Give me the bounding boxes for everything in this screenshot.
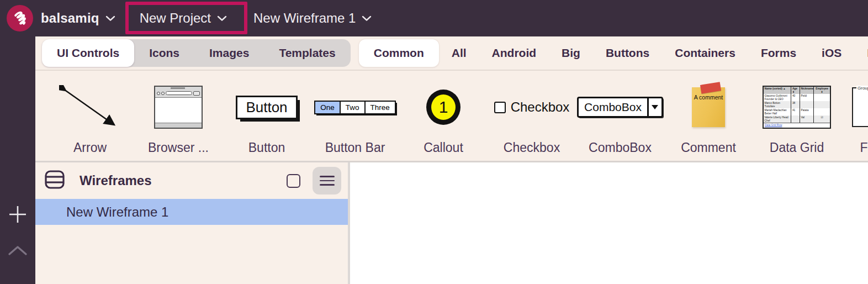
data-grid-cell: Giacomo Guilizzoni Founder & CEO [764, 94, 791, 101]
data-grid-header-cell: Nickname [800, 87, 814, 94]
scribble-icon [10, 9, 29, 28]
control-comment[interactable]: A comment Comment [667, 78, 750, 155]
control-label: Button Bar [325, 140, 385, 155]
comment-thumbnail: A comment [692, 87, 725, 127]
category-all[interactable]: All [439, 46, 479, 60]
field-set-thumbnail: Group [852, 87, 868, 127]
editor-canvas[interactable] [350, 162, 868, 284]
multi-select-checkbox[interactable] [287, 174, 300, 188]
data-grid-cell: Valerie Liberty Head Chef [764, 115, 791, 123]
wireframes-stack-icon [44, 170, 65, 192]
wireframes-panel-header: Wireframes [35, 162, 348, 199]
data-grid-cell: Peldi [800, 94, 814, 101]
top-bar: balsamiq New Project New Wireframe 1 [0, 0, 868, 36]
category-big[interactable]: Big [549, 46, 593, 60]
data-grid-row: Marco Botton Tuttofare38 [764, 101, 830, 108]
data-grid-header-row: Name (sorted) ▲Age ⇕NicknameEmployee ⇕ [764, 87, 830, 94]
project-menu-chevron-down-icon[interactable] [217, 15, 227, 22]
control-field-set[interactable]: Group Field Set [844, 78, 868, 155]
control-label: Arrow [73, 140, 107, 155]
combobox-dropdown-icon [647, 98, 661, 116]
category-containers[interactable]: Containers [662, 46, 748, 60]
data-grid-cell: 40 [791, 94, 800, 101]
control-arrow[interactable]: Arrow [49, 78, 131, 155]
browser-thumbnail-icon [154, 86, 203, 129]
balsamiq-logo-icon[interactable] [7, 5, 33, 31]
category-forms[interactable]: Forms [748, 46, 809, 60]
checkbox-thumbnail-label: Checkbox [511, 99, 570, 115]
control-label: Checkbox [504, 140, 560, 155]
callout-thumbnail: 1 [426, 90, 461, 125]
field-set-legend: Group [856, 86, 868, 91]
control-label: ComboBox [589, 140, 652, 155]
data-grid-cell: 38 [791, 101, 800, 108]
arrow-thumbnail-icon [59, 85, 121, 129]
panel-menu-button[interactable] [313, 167, 341, 194]
add-wireframe-button[interactable] [7, 204, 28, 225]
category-android[interactable]: Android [479, 46, 549, 60]
control-label: Browser ... [148, 140, 209, 155]
control-callout[interactable]: 1 Callout [402, 78, 485, 155]
control-thumbnail-row: Arrow Browser ... Button [35, 71, 868, 155]
control-label: Callout [424, 140, 463, 155]
data-grid-cell [800, 101, 814, 108]
checkbox-thumbnail: Checkbox [494, 99, 570, 115]
data-grid-cell: Mariah Maclachlan Better Half [764, 108, 791, 115]
wireframe-menu[interactable]: New Wireframe 1 [253, 10, 356, 26]
data-grid-cell: 41 [791, 108, 800, 115]
data-grid-footer-link: Data Grid Row [764, 123, 830, 128]
tab-icons[interactable]: Icons [134, 39, 194, 67]
data-grid-cell [814, 108, 830, 115]
data-grid-thumb: Name (sorted) ▲Age ⇕NicknameEmployee ⇕Gi… [763, 86, 831, 129]
button-bar-thumbnail: One Two Three [314, 101, 396, 114]
button-bar-segment: One [315, 102, 340, 113]
data-grid-cell: Patata [800, 108, 814, 115]
tab-images[interactable]: Images [194, 39, 264, 67]
control-browser[interactable]: Browser ... [137, 78, 220, 155]
category-layout[interactable]: Layout [854, 46, 868, 60]
control-button[interactable]: Button Button [225, 78, 308, 155]
category-common[interactable]: Common [359, 39, 439, 67]
combobox-thumbnail-label: ComboBox [579, 98, 647, 116]
category-buttons[interactable]: Buttons [593, 46, 662, 60]
data-grid-row: Giacomo Guilizzoni Founder & CEO40Peldi [764, 94, 830, 101]
button-bar-segment: Two [340, 102, 364, 113]
hamburger-icon [320, 176, 335, 177]
collapse-panel-button[interactable] [7, 244, 28, 257]
control-data-grid[interactable]: Name (sorted) ▲Age ⇕NicknameEmployee ⇕Gi… [755, 78, 838, 155]
tab-ui-controls[interactable]: UI Controls [42, 39, 134, 67]
data-grid-row: Mariah Maclachlan Better Half41Patata [764, 108, 830, 115]
panel-title: Wireframes [80, 173, 152, 188]
data-grid-cell: ☑ [814, 115, 830, 123]
wireframes-panel: Wireframes New Wireframe 1 [35, 162, 348, 284]
tab-templates[interactable]: Templates [264, 39, 350, 67]
data-grid-cell [814, 101, 830, 108]
comment-thumbnail-text: A comment [692, 94, 725, 101]
control-combobox[interactable]: ComboBox ComboBox [579, 78, 661, 155]
project-menu[interactable]: New Project [140, 10, 211, 26]
combobox-thumbnail: ComboBox [577, 97, 663, 118]
button-thumbnail: Button [236, 96, 297, 119]
wireframe-list-item-selected[interactable]: New Wireframe 1 [35, 199, 348, 225]
button-bar-segment: Three [364, 102, 395, 113]
data-grid-cell: Val [800, 115, 814, 123]
chevron-up-icon [7, 245, 28, 257]
app-menu-chevron-down-icon[interactable] [105, 15, 115, 22]
data-grid-cell [791, 115, 800, 123]
checkbox-box-icon [494, 102, 506, 113]
control-label: Field Set [860, 140, 868, 155]
data-grid-header-cell: Name (sorted) ▲ [764, 87, 791, 94]
left-toolbar-strip [0, 36, 35, 284]
control-label: Button [248, 140, 285, 155]
plus-icon [8, 204, 28, 224]
control-button-bar[interactable]: One Two Three Button Bar [314, 78, 396, 155]
wireframe-menu-chevron-down-icon[interactable] [362, 15, 372, 22]
library-tab-row: UI Controls Icons Images Templates Commo… [35, 36, 868, 71]
data-grid-header-cell: Employee ⇕ [814, 87, 830, 94]
control-label: Comment [681, 140, 736, 155]
app-name[interactable]: balsamiq [41, 10, 99, 26]
tape-icon [700, 82, 721, 93]
control-checkbox[interactable]: Checkbox Checkbox [490, 78, 573, 155]
library-segmented-control: UI Controls Icons Images Templates [42, 39, 351, 67]
category-ios[interactable]: iOS [809, 46, 854, 60]
